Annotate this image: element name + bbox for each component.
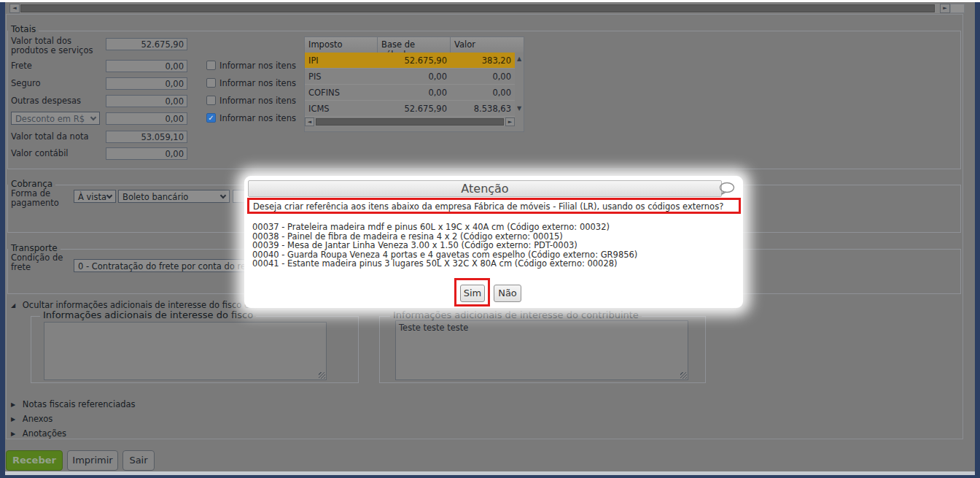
input-frete[interactable]: 0,00: [106, 60, 187, 72]
scroll-left-button[interactable]: ◄: [9, 4, 20, 13]
dialog-item: 00037 - Prateleira madeira mdf e pinus 6…: [252, 223, 637, 232]
checkbox-label-informar-frete: Informar nos itens: [219, 61, 296, 71]
chevron-down-icon: [90, 115, 96, 120]
tax-row-pis[interactable]: PIS: [305, 69, 378, 85]
label-outras-despesas: Outras despesas: [11, 96, 81, 106]
fisco-legend: Informações adicionais de interesse do f…: [40, 309, 256, 320]
checkbox-label-informar-outras: Informar nos itens: [219, 96, 296, 106]
receber-button[interactable]: Receber: [6, 450, 63, 471]
checkbox-informar-seguro[interactable]: [206, 78, 216, 88]
resize-handle-icon[interactable]: [319, 372, 325, 379]
checkbox-informar-outras[interactable]: [206, 96, 216, 105]
cobranca-legend: Cobrança: [8, 179, 55, 189]
message-annotation-box: Deseja criar referência aos itens abaixo…: [247, 198, 741, 214]
accordion-anotacoes-label: Anotações: [23, 428, 66, 439]
input-valor-contabil[interactable]: 0,00: [106, 147, 187, 160]
dialog-message: Deseja criar referência aos itens abaixo…: [249, 200, 739, 213]
checkbox-informar-frete[interactable]: [206, 61, 216, 70]
toggle-informacoes-label: Ocultar informações adicionais de intere…: [23, 300, 262, 310]
input-valor-total-produtos[interactable]: 52.675,90: [106, 38, 187, 50]
forma-pagamento-condicao-select[interactable]: À vista: [74, 190, 116, 203]
label-seguro: Seguro: [11, 79, 40, 88]
label-condicao-frete: Condição de frete: [11, 253, 69, 272]
window-bottom-edge: [5, 475, 975, 478]
contribuinte-textarea-value: Teste teste teste: [396, 321, 688, 334]
checkbox-informar-desconto[interactable]: ✓: [206, 113, 216, 123]
table-hscroll-thumb[interactable]: [316, 118, 504, 126]
dialog-item: 00041 - Estante madeira pinus 3 lugares …: [252, 259, 637, 269]
table-hscroll-left-button[interactable]: ◄: [305, 117, 314, 126]
totais-legend: Totais: [8, 24, 39, 34]
tax-row-icms-valor[interactable]: 8.538,63: [451, 101, 515, 117]
resize-handle-icon[interactable]: [680, 372, 687, 379]
triangle-collapsed-icon: ▶: [11, 416, 15, 423]
dialog-item-list: 00037 - Prateleira madeira mdf e pinus 6…: [252, 223, 637, 269]
fisco-textarea[interactable]: [44, 322, 327, 380]
chevron-down-icon: [220, 193, 226, 198]
label-frete: Frete: [11, 61, 32, 71]
toggle-informacoes-adicionais[interactable]: ◢ Ocultar informações adicionais de inte…: [11, 300, 262, 310]
desconto-select-value: Desconto em R$: [15, 114, 85, 124]
transporte-legend: Transporte: [8, 243, 61, 253]
tax-header-valor[interactable]: Valor: [451, 37, 515, 53]
accordion-anotacoes[interactable]: ▶ Anotações: [11, 428, 66, 439]
label-valor-total-produtos: Valor total dos produtos e serviços: [11, 36, 104, 55]
atencao-dialog: Atenção Deseja criar referência aos iten…: [244, 176, 743, 308]
tax-row-ipi-base[interactable]: 52.675,90: [378, 53, 451, 69]
tax-row-cofins-base[interactable]: 0,00: [378, 85, 451, 101]
accordion-notas-label: Notas fiscais referenciadas: [23, 399, 136, 409]
window-right-edge: [975, 2, 980, 478]
scroll-right-button[interactable]: ►: [940, 4, 950, 13]
sair-button[interactable]: Sair: [122, 450, 155, 471]
horizontal-scrollbar-thumb[interactable]: [20, 4, 935, 12]
triangle-collapsed-icon: ▶: [11, 431, 15, 437]
tax-header-imposto[interactable]: Imposto: [305, 37, 378, 53]
app-window: ◄ ► Totais Valor total dos produtos e se…: [0, 0, 980, 478]
tax-row-ipi[interactable]: IPI: [305, 53, 378, 69]
input-desconto[interactable]: 0,00: [106, 112, 187, 125]
condicao-frete-select[interactable]: 0 - Contratação do frete por conta do re…: [74, 259, 252, 272]
tax-row-pis-base[interactable]: 0,00: [378, 69, 451, 85]
forma-pagamento-tipo-value: Boleto bancário: [122, 192, 188, 202]
input-valor-total-nota[interactable]: 53.059,10: [106, 131, 187, 143]
imprimir-button[interactable]: Imprimir: [67, 450, 118, 471]
table-scroll-up-icon[interactable]: ▲: [515, 55, 524, 63]
desconto-select[interactable]: Desconto em R$: [11, 112, 100, 125]
scrollbar-corner: [950, 4, 965, 13]
triangle-collapsed-icon: ▶: [11, 401, 15, 408]
checkbox-label-informar-seguro: Informar nos itens: [219, 79, 296, 88]
checkbox-label-informar-desconto: Informar nos itens: [219, 114, 296, 123]
contribuinte-textarea[interactable]: Teste teste teste: [395, 320, 688, 380]
nao-button[interactable]: Não: [494, 285, 521, 302]
tax-row-cofins-valor[interactable]: 0,00: [451, 85, 515, 101]
input-outras-despesas[interactable]: 0,00: [106, 95, 187, 107]
tax-row-icms-base[interactable]: 52.675,90: [378, 101, 451, 117]
tax-row-pis-valor[interactable]: 0,00: [451, 69, 515, 85]
table-hscroll-right-button[interactable]: ►: [505, 117, 515, 126]
accordion-notas-referenciadas[interactable]: ▶ Notas fiscais referenciadas: [11, 399, 136, 409]
triangle-expanded-icon: ◢: [11, 302, 15, 309]
tax-row-ipi-valor[interactable]: 383,20: [451, 53, 515, 69]
contribuinte-legend: Informações adicionais de interesse do c…: [390, 309, 642, 320]
input-seguro[interactable]: 0,00: [106, 77, 187, 90]
table-scroll-down-icon[interactable]: ▼: [515, 104, 524, 113]
speech-bubble-icon[interactable]: [718, 182, 736, 196]
dialog-title: Atenção: [248, 180, 722, 197]
condicao-frete-value: 0 - Contratação do frete por conta do re…: [78, 261, 252, 271]
label-valor-total-nota: Valor total da nota: [11, 132, 88, 142]
accordion-anexos[interactable]: ▶ Anexos: [11, 414, 52, 424]
tax-row-cofins[interactable]: COFINS: [305, 85, 378, 101]
accordion-anexos-label: Anexos: [23, 414, 53, 424]
forma-pagamento-tipo-select[interactable]: Boleto bancário: [118, 190, 230, 203]
tax-header-base[interactable]: Base de cálculo: [378, 37, 451, 53]
label-forma-pagamento: Forma de pagamento: [11, 189, 69, 208]
tax-row-icms[interactable]: ICMS: [305, 101, 378, 117]
sim-button[interactable]: Sim: [460, 285, 485, 302]
forma-pagamento-condicao-value: À vista: [78, 192, 106, 202]
tax-header-spacer: [515, 37, 524, 53]
dialog-item: 00039 - Mesa de Jantar Linha Veneza 3.00…: [252, 241, 637, 250]
chevron-down-icon: [106, 193, 112, 198]
label-valor-contabil: Valor contábil: [11, 149, 69, 158]
window-left-edge: [0, 2, 5, 478]
fisco-textarea-value: [44, 323, 326, 325]
